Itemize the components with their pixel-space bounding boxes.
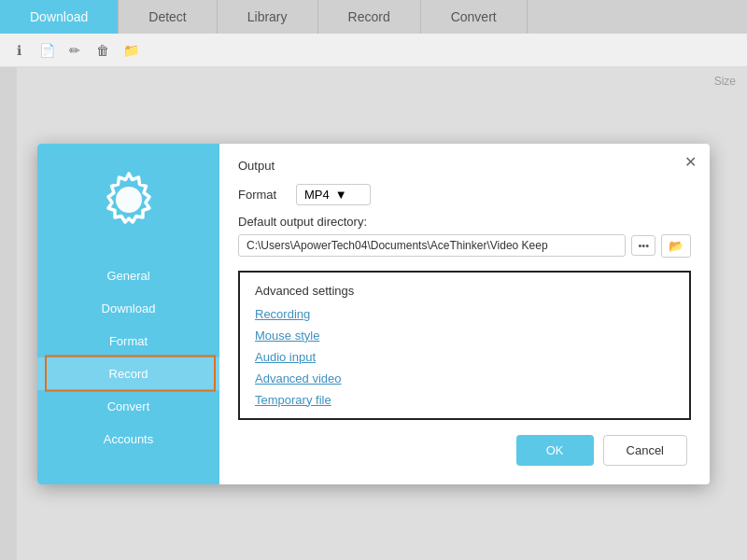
sidebar-item-format[interactable]: Format <box>37 325 219 357</box>
top-nav: Download Detect Library Record Convert <box>0 0 747 34</box>
format-label: Format <box>238 188 287 202</box>
close-button[interactable]: ✕ <box>684 153 697 171</box>
ok-button[interactable]: OK <box>516 435 594 466</box>
gear-icon <box>95 166 162 233</box>
advanced-settings-box: Advanced settings Recording Mouse style … <box>238 271 691 420</box>
nav-library[interactable]: Library <box>218 0 318 34</box>
toolbar: ℹ 📄 ✏ 🗑 📁 <box>0 34 747 67</box>
main-area: Size General Download <box>0 67 747 560</box>
dialog-sidebar: General Download Format Record Convert A… <box>37 144 219 484</box>
folder-icon[interactable]: 📁 <box>120 39 142 62</box>
output-section: Output Format MP4 ▼ Default output direc… <box>238 159 691 258</box>
advanced-title: Advanced settings <box>255 284 674 298</box>
cancel-button[interactable]: Cancel <box>603 435 687 466</box>
sidebar-item-convert[interactable]: Convert <box>37 390 219 423</box>
dir-label: Default output directory: <box>238 215 691 229</box>
recording-link[interactable]: Recording <box>255 307 674 321</box>
browse-folder-button[interactable]: 📂 <box>661 234 691 258</box>
format-row: Format MP4 ▼ <box>238 184 691 205</box>
temporary-file-link[interactable]: Temporary file <box>255 393 674 407</box>
delete-icon[interactable]: 🗑 <box>92 39 114 62</box>
dir-input[interactable] <box>238 234 626 257</box>
nav-download[interactable]: Download <box>0 0 119 34</box>
dialog-right-content: ✕ Output Format MP4 ▼ Default output dir… <box>219 144 710 484</box>
open-folder-icon: 📂 <box>669 239 684 253</box>
dialog-overlay: General Download Format Record Convert A… <box>0 67 747 560</box>
sidebar-item-general[interactable]: General <box>37 259 219 292</box>
nav-convert[interactable]: Convert <box>421 0 528 34</box>
doc-icon[interactable]: 📄 <box>35 39 58 62</box>
sidebar-item-accounts[interactable]: Accounts <box>37 423 219 455</box>
nav-detect[interactable]: Detect <box>119 0 217 34</box>
mouse-style-link[interactable]: Mouse style <box>255 329 674 343</box>
more-button[interactable]: ••• <box>631 235 655 256</box>
output-section-label: Output <box>238 159 691 173</box>
dialog-footer: OK Cancel <box>238 435 691 469</box>
edit-icon[interactable]: ✏ <box>63 39 86 62</box>
settings-dialog: General Download Format Record Convert A… <box>37 144 710 484</box>
dir-row: ••• 📂 <box>238 234 691 258</box>
audio-input-link[interactable]: Audio input <box>255 350 674 364</box>
chevron-down-icon: ▼ <box>335 188 347 202</box>
sidebar-item-record[interactable]: Record <box>37 357 219 390</box>
format-select[interactable]: MP4 ▼ <box>296 184 371 205</box>
sidebar-item-download[interactable]: Download <box>37 292 219 325</box>
nav-record[interactable]: Record <box>318 0 421 34</box>
info-icon[interactable]: ℹ <box>7 39 30 62</box>
advanced-video-link[interactable]: Advanced video <box>255 371 674 385</box>
svg-point-0 <box>116 187 142 213</box>
